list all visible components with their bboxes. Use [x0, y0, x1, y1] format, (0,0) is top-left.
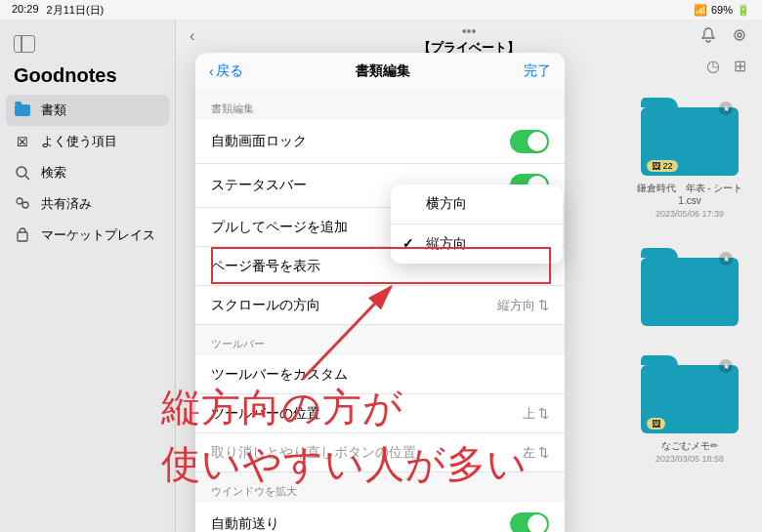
updown-icon: ⇅ [538, 406, 549, 421]
status-time: 20:29 [12, 3, 39, 18]
wifi-icon: 📶 [694, 4, 707, 17]
section-label: 書類編集 [195, 90, 565, 120]
toggle-auto-lock[interactable] [510, 130, 549, 153]
modal-header: ‹ 戻る 書類編集 完了 [195, 53, 565, 90]
svg-line-7 [303, 287, 391, 379]
battery-icon: 🔋 [737, 4, 750, 17]
annotation-highlight-box [211, 247, 551, 284]
updown-icon: ⇅ [538, 445, 549, 460]
row-auto-lock[interactable]: 自動画面ロック [195, 120, 565, 164]
toggle-auto-forward[interactable] [510, 512, 549, 532]
status-date: 2月11日(日) [47, 3, 105, 18]
popover-horizontal[interactable]: 横方向 [391, 184, 563, 225]
status-bar: 20:29 2月11日(日) 📶 69% 🔋 [0, 0, 762, 20]
row-auto-forward[interactable]: 自動前送り [195, 503, 565, 532]
modal-back-button[interactable]: ‹ 戻る [209, 62, 243, 80]
annotation-text: 縦方向の方が 使いやすい人が多い [161, 379, 528, 492]
updown-icon: ⇅ [538, 298, 549, 312]
modal-done-button[interactable]: 完了 [524, 62, 551, 80]
battery-percent: 69% [711, 4, 733, 16]
annotation-arrow [293, 281, 410, 389]
modal-title: 書類編集 [356, 62, 410, 80]
